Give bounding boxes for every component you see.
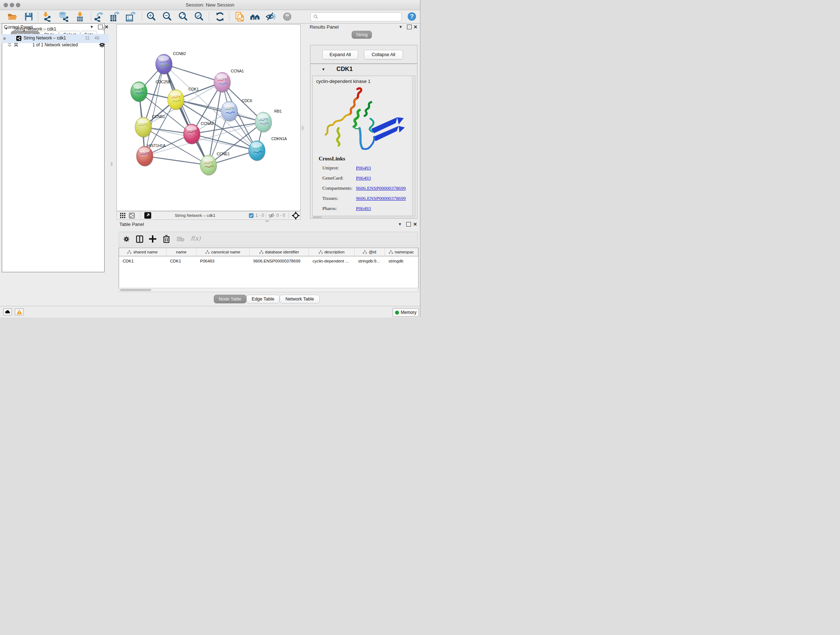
- results-vertical-scrollbar[interactable]: [412, 76, 415, 215]
- node-label-CCNA1: CCNA1: [231, 69, 244, 73]
- network-share-view-icon[interactable]: [129, 212, 135, 219]
- tab-node-table[interactable]: Node Table: [214, 295, 246, 303]
- crosslink-link[interactable]: P06493: [356, 206, 371, 211]
- node-label-RB1: RB1: [274, 109, 282, 113]
- table-toolbar: f(x): [118, 232, 418, 246]
- table-row[interactable]: CDK1CDK1P064939606.ENSP00000378699cyclin…: [119, 256, 418, 265]
- export-table-icon[interactable]: [110, 11, 120, 22]
- help-icon[interactable]: ?: [407, 12, 416, 21]
- table-panel-close-icon[interactable]: ✕: [413, 222, 417, 226]
- share-document-icon[interactable]: [234, 11, 245, 22]
- delete-table-icon: [177, 236, 185, 242]
- table-column-header[interactable]: description: [309, 248, 355, 256]
- tab-edge-table[interactable]: Edge Table: [246, 295, 279, 303]
- table-horizontal-scrollbar[interactable]: [118, 288, 418, 292]
- network-edge[interactable]: [164, 64, 208, 165]
- search-field[interactable]: [310, 12, 401, 21]
- memory-button[interactable]: Memory: [393, 308, 419, 317]
- results-panel-menu-icon[interactable]: ▼: [399, 25, 403, 29]
- function-builder-icon: f(x): [191, 235, 201, 242]
- protein-structure-image: [317, 86, 410, 152]
- table-cell[interactable]: 9606.ENSP00000378699: [249, 256, 309, 265]
- import-network-database-icon[interactable]: [58, 11, 69, 22]
- scrollbar-thumb[interactable]: [120, 289, 151, 291]
- table-cell[interactable]: stringdb: [385, 256, 418, 265]
- toolbar-separator: [91, 12, 91, 21]
- memory-label: Memory: [401, 310, 416, 315]
- toolbar-separator: [229, 12, 229, 21]
- birds-eye-view-icon[interactable]: [144, 212, 151, 219]
- table-panel-menu-icon[interactable]: ▼: [398, 222, 402, 226]
- zoom-in-icon[interactable]: [146, 11, 156, 22]
- title-bar: Session: New Session: [0, 0, 420, 10]
- warning-status-button[interactable]: [15, 309, 24, 315]
- open-session-icon[interactable]: [7, 11, 17, 22]
- protein-collapse-caret-icon[interactable]: ▼: [322, 67, 325, 71]
- table-column-header[interactable]: shared name: [119, 248, 166, 256]
- crosslink-link[interactable]: 9606.ENSP00000378699: [356, 185, 406, 191]
- network-view-title: String Network – cdk1: [175, 213, 216, 218]
- import-table-icon[interactable]: [75, 11, 85, 22]
- zoom-fit-icon[interactable]: [178, 11, 188, 22]
- show-columns-icon[interactable]: [136, 235, 143, 243]
- search-input[interactable]: [320, 13, 399, 21]
- table-column-header[interactable]: namespac: [385, 248, 418, 256]
- network-collection-row[interactable]: ▼ String Network – cdk1 1: [2, 25, 109, 34]
- collection-label: String Network – cdk1: [14, 27, 56, 32]
- results-horizontal-scrollbar[interactable]: [312, 217, 415, 218]
- save-session-icon[interactable]: [24, 11, 34, 22]
- export-image-icon[interactable]: [126, 11, 136, 22]
- crosslink-label: GeneCard:: [322, 175, 343, 181]
- table-cell[interactable]: CDK1: [166, 256, 196, 265]
- network-canvas[interactable]: CCNB2CCNA1CDC25BCDK1CDC6RB1CCNB1CCNA2CDK…: [117, 24, 301, 211]
- network-row-label: String Network – cdk1: [24, 35, 66, 41]
- table-column-header[interactable]: database identifier: [249, 248, 309, 256]
- zoom-selected-icon[interactable]: [194, 11, 204, 22]
- zoom-out-icon[interactable]: [162, 11, 172, 22]
- network-row-selected[interactable]: String Network – cdk1 11 48: [2, 34, 109, 43]
- selected-checkbox-icon[interactable]: [249, 213, 254, 218]
- tab-string[interactable]: String: [352, 31, 372, 39]
- right-splitter-handle[interactable]: [302, 126, 303, 130]
- hidden-eye-icon[interactable]: [268, 213, 275, 218]
- application-window: Session: New Session: [0, 0, 420, 318]
- create-column-icon[interactable]: [149, 235, 156, 242]
- network-edge[interactable]: [164, 64, 222, 82]
- results-panel-close-icon[interactable]: ✕: [414, 25, 417, 29]
- table-cell[interactable]: P06493: [196, 256, 249, 265]
- table-column-header[interactable]: name: [166, 248, 196, 256]
- collection-caret-icon[interactable]: ▼: [5, 27, 8, 30]
- table-panel-float-icon[interactable]: [406, 222, 411, 226]
- table-options-gear-icon[interactable]: [123, 236, 129, 242]
- network-edge[interactable]: [145, 122, 264, 156]
- import-network-file-icon[interactable]: [42, 11, 52, 22]
- fit-content-crosshair-icon[interactable]: [292, 212, 300, 219]
- refresh-icon[interactable]: [215, 11, 225, 22]
- network-edge[interactable]: [176, 100, 264, 122]
- crosslink-link[interactable]: P06493: [356, 165, 371, 171]
- table-cell[interactable]: cyclin-dependent ...: [309, 256, 355, 265]
- table-cell[interactable]: CDK1: [119, 256, 166, 265]
- collapse-all-button[interactable]: Collapse All: [364, 50, 403, 59]
- table-column-header[interactable]: @id: [355, 248, 385, 256]
- crosslink-link[interactable]: 9606.ENSP00000378699: [356, 195, 406, 201]
- table-cell[interactable]: stringdb:9...: [355, 256, 385, 265]
- node-label-CCNB1: CCNB1: [152, 114, 165, 119]
- export-network-icon[interactable]: [94, 11, 104, 22]
- expand-all-button[interactable]: Expand All: [322, 50, 358, 59]
- cloud-status-button[interactable]: [3, 309, 12, 315]
- cloud-icon: [5, 310, 10, 314]
- table-column-header[interactable]: canonical name: [196, 248, 249, 256]
- show-hide-graphics-icon[interactable]: [265, 11, 276, 22]
- network-edge[interactable]: [145, 156, 208, 165]
- delete-column-icon[interactable]: [163, 235, 170, 243]
- grid-view-icon[interactable]: [120, 213, 126, 218]
- crosslink-link[interactable]: P06493: [356, 175, 371, 181]
- node-label-CCNA2: CCNA2: [201, 121, 214, 126]
- results-panel-float-icon[interactable]: [407, 25, 412, 29]
- tab-network-table[interactable]: Network Table: [279, 295, 320, 303]
- sphere-icon[interactable]: [282, 11, 292, 22]
- home-icon[interactable]: [250, 11, 260, 22]
- network-edge[interactable]: [145, 64, 164, 156]
- left-splitter-handle[interactable]: [111, 162, 112, 166]
